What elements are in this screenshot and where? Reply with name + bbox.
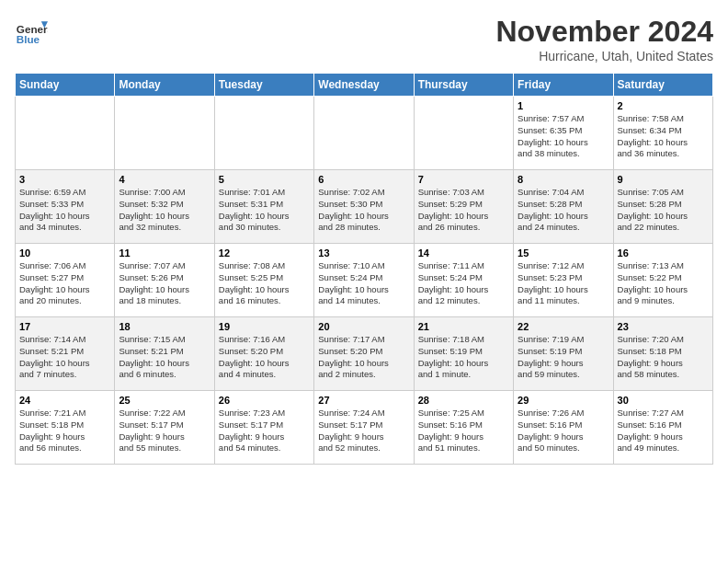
day-number: 10 bbox=[19, 247, 110, 259]
calendar-cell: 17Sunrise: 7:14 AM Sunset: 5:21 PM Dayli… bbox=[16, 317, 115, 391]
day-info: Sunrise: 7:04 AM Sunset: 5:28 PM Dayligh… bbox=[518, 187, 609, 234]
calendar-cell: 30Sunrise: 7:27 AM Sunset: 5:16 PM Dayli… bbox=[613, 391, 712, 465]
day-info: Sunrise: 7:03 AM Sunset: 5:29 PM Dayligh… bbox=[418, 187, 509, 234]
weekday-header-wednesday: Wednesday bbox=[314, 74, 414, 97]
day-info: Sunrise: 7:22 AM Sunset: 5:17 PM Dayligh… bbox=[119, 408, 210, 454]
calendar-cell: 12Sunrise: 7:08 AM Sunset: 5:25 PM Dayli… bbox=[214, 244, 313, 317]
calendar-cell: 2Sunrise: 7:58 AM Sunset: 6:34 PM Daylig… bbox=[613, 97, 712, 170]
day-info: Sunrise: 7:05 AM Sunset: 5:28 PM Dayligh… bbox=[618, 187, 709, 234]
day-info: Sunrise: 7:15 AM Sunset: 5:21 PM Dayligh… bbox=[119, 334, 210, 381]
calendar-cell: 1Sunrise: 7:57 AM Sunset: 6:35 PM Daylig… bbox=[514, 97, 613, 170]
day-number: 18 bbox=[119, 321, 210, 332]
day-info: Sunrise: 7:12 AM Sunset: 5:23 PM Dayligh… bbox=[518, 260, 609, 307]
day-info: Sunrise: 7:06 AM Sunset: 5:27 PM Dayligh… bbox=[19, 260, 110, 307]
day-info: Sunrise: 7:02 AM Sunset: 5:30 PM Dayligh… bbox=[318, 187, 409, 234]
svg-text:Blue: Blue bbox=[17, 33, 40, 45]
day-info: Sunrise: 7:23 AM Sunset: 5:17 PM Dayligh… bbox=[219, 408, 310, 454]
weekday-header-thursday: Thursday bbox=[414, 74, 513, 97]
day-info: Sunrise: 7:16 AM Sunset: 5:20 PM Dayligh… bbox=[219, 334, 310, 381]
day-number: 4 bbox=[119, 174, 210, 185]
calendar-cell bbox=[314, 97, 414, 170]
calendar-cell: 25Sunrise: 7:22 AM Sunset: 5:17 PM Dayli… bbox=[115, 391, 214, 465]
calendar-cell: 6Sunrise: 7:02 AM Sunset: 5:30 PM Daylig… bbox=[314, 170, 414, 244]
calendar-cell: 16Sunrise: 7:13 AM Sunset: 5:22 PM Dayli… bbox=[613, 244, 712, 317]
day-info: Sunrise: 7:27 AM Sunset: 5:16 PM Dayligh… bbox=[618, 408, 709, 454]
day-number: 27 bbox=[318, 395, 409, 406]
day-info: Sunrise: 7:20 AM Sunset: 5:18 PM Dayligh… bbox=[618, 334, 709, 381]
calendar-cell: 19Sunrise: 7:16 AM Sunset: 5:20 PM Dayli… bbox=[214, 317, 313, 391]
day-number: 19 bbox=[219, 321, 310, 332]
calendar-week-row: 1Sunrise: 7:57 AM Sunset: 6:35 PM Daylig… bbox=[16, 97, 713, 170]
day-number: 12 bbox=[219, 247, 310, 259]
calendar-cell: 9Sunrise: 7:05 AM Sunset: 5:28 PM Daylig… bbox=[613, 170, 712, 244]
day-number: 7 bbox=[418, 174, 509, 185]
day-number: 2 bbox=[618, 100, 709, 111]
calendar-cell: 7Sunrise: 7:03 AM Sunset: 5:29 PM Daylig… bbox=[414, 170, 513, 244]
day-number: 17 bbox=[19, 321, 110, 332]
day-info: Sunrise: 7:18 AM Sunset: 5:19 PM Dayligh… bbox=[418, 334, 509, 381]
day-info: Sunrise: 7:01 AM Sunset: 5:31 PM Dayligh… bbox=[219, 187, 310, 234]
day-info: Sunrise: 7:17 AM Sunset: 5:20 PM Dayligh… bbox=[318, 334, 409, 381]
day-info: Sunrise: 7:00 AM Sunset: 5:32 PM Dayligh… bbox=[119, 187, 210, 234]
calendar-week-row: 17Sunrise: 7:14 AM Sunset: 5:21 PM Dayli… bbox=[16, 317, 713, 391]
day-info: Sunrise: 7:21 AM Sunset: 5:18 PM Dayligh… bbox=[19, 408, 110, 454]
calendar-cell: 10Sunrise: 7:06 AM Sunset: 5:27 PM Dayli… bbox=[16, 244, 115, 317]
weekday-header-tuesday: Tuesday bbox=[214, 74, 313, 97]
calendar-cell: 8Sunrise: 7:04 AM Sunset: 5:28 PM Daylig… bbox=[514, 170, 613, 244]
weekday-header-sunday: Sunday bbox=[16, 74, 115, 97]
weekday-header-saturday: Saturday bbox=[613, 74, 712, 97]
day-info: Sunrise: 7:11 AM Sunset: 5:24 PM Dayligh… bbox=[418, 260, 509, 307]
day-number: 9 bbox=[618, 174, 709, 185]
calendar-table: SundayMondayTuesdayWednesdayThursdayFrid… bbox=[15, 73, 713, 465]
calendar-cell: 11Sunrise: 7:07 AM Sunset: 5:26 PM Dayli… bbox=[115, 244, 214, 317]
day-number: 24 bbox=[19, 395, 110, 406]
logo-icon: General Blue bbox=[15, 15, 48, 48]
calendar-cell: 20Sunrise: 7:17 AM Sunset: 5:20 PM Dayli… bbox=[314, 317, 414, 391]
day-info: Sunrise: 7:10 AM Sunset: 5:24 PM Dayligh… bbox=[318, 260, 409, 307]
calendar-cell bbox=[214, 97, 313, 170]
calendar-cell bbox=[16, 97, 115, 170]
day-number: 13 bbox=[318, 247, 409, 259]
day-number: 16 bbox=[618, 247, 709, 259]
title-block: November 2024 Hurricane, Utah, United St… bbox=[495, 15, 713, 63]
calendar-cell: 14Sunrise: 7:11 AM Sunset: 5:24 PM Dayli… bbox=[414, 244, 513, 317]
day-info: Sunrise: 7:25 AM Sunset: 5:16 PM Dayligh… bbox=[418, 408, 509, 454]
calendar-cell: 28Sunrise: 7:25 AM Sunset: 5:16 PM Dayli… bbox=[414, 391, 513, 465]
calendar-week-row: 24Sunrise: 7:21 AM Sunset: 5:18 PM Dayli… bbox=[16, 391, 713, 465]
calendar-cell bbox=[115, 97, 214, 170]
day-info: Sunrise: 6:59 AM Sunset: 5:33 PM Dayligh… bbox=[19, 187, 110, 234]
day-info: Sunrise: 7:19 AM Sunset: 5:19 PM Dayligh… bbox=[518, 334, 609, 381]
day-info: Sunrise: 7:26 AM Sunset: 5:16 PM Dayligh… bbox=[518, 408, 609, 454]
page-header: General Blue November 2024 Hurricane, Ut… bbox=[15, 15, 713, 63]
calendar-cell: 13Sunrise: 7:10 AM Sunset: 5:24 PM Dayli… bbox=[314, 244, 414, 317]
day-info: Sunrise: 7:24 AM Sunset: 5:17 PM Dayligh… bbox=[318, 408, 409, 454]
day-info: Sunrise: 7:07 AM Sunset: 5:26 PM Dayligh… bbox=[119, 260, 210, 307]
day-number: 22 bbox=[518, 321, 609, 332]
day-number: 29 bbox=[518, 395, 609, 406]
day-number: 8 bbox=[518, 174, 609, 185]
day-info: Sunrise: 7:14 AM Sunset: 5:21 PM Dayligh… bbox=[19, 334, 110, 381]
calendar-cell: 3Sunrise: 6:59 AM Sunset: 5:33 PM Daylig… bbox=[16, 170, 115, 244]
day-number: 28 bbox=[418, 395, 509, 406]
calendar-cell: 29Sunrise: 7:26 AM Sunset: 5:16 PM Dayli… bbox=[514, 391, 613, 465]
location-title: Hurricane, Utah, United States bbox=[495, 49, 713, 63]
day-number: 14 bbox=[418, 247, 509, 259]
calendar-cell: 21Sunrise: 7:18 AM Sunset: 5:19 PM Dayli… bbox=[414, 317, 513, 391]
calendar-cell: 27Sunrise: 7:24 AM Sunset: 5:17 PM Dayli… bbox=[314, 391, 414, 465]
calendar-cell: 4Sunrise: 7:00 AM Sunset: 5:32 PM Daylig… bbox=[115, 170, 214, 244]
day-number: 5 bbox=[219, 174, 310, 185]
day-info: Sunrise: 7:13 AM Sunset: 5:22 PM Dayligh… bbox=[618, 260, 709, 307]
day-number: 25 bbox=[119, 395, 210, 406]
calendar-week-row: 3Sunrise: 6:59 AM Sunset: 5:33 PM Daylig… bbox=[16, 170, 713, 244]
calendar-week-row: 10Sunrise: 7:06 AM Sunset: 5:27 PM Dayli… bbox=[16, 244, 713, 317]
day-number: 6 bbox=[318, 174, 409, 185]
calendar-cell: 5Sunrise: 7:01 AM Sunset: 5:31 PM Daylig… bbox=[214, 170, 313, 244]
calendar-cell: 24Sunrise: 7:21 AM Sunset: 5:18 PM Dayli… bbox=[16, 391, 115, 465]
logo: General Blue bbox=[15, 15, 48, 48]
month-title: November 2024 bbox=[495, 15, 713, 49]
calendar-cell: 23Sunrise: 7:20 AM Sunset: 5:18 PM Dayli… bbox=[613, 317, 712, 391]
day-info: Sunrise: 7:08 AM Sunset: 5:25 PM Dayligh… bbox=[219, 260, 310, 307]
calendar-cell: 15Sunrise: 7:12 AM Sunset: 5:23 PM Dayli… bbox=[514, 244, 613, 317]
day-number: 26 bbox=[219, 395, 310, 406]
day-number: 30 bbox=[618, 395, 709, 406]
